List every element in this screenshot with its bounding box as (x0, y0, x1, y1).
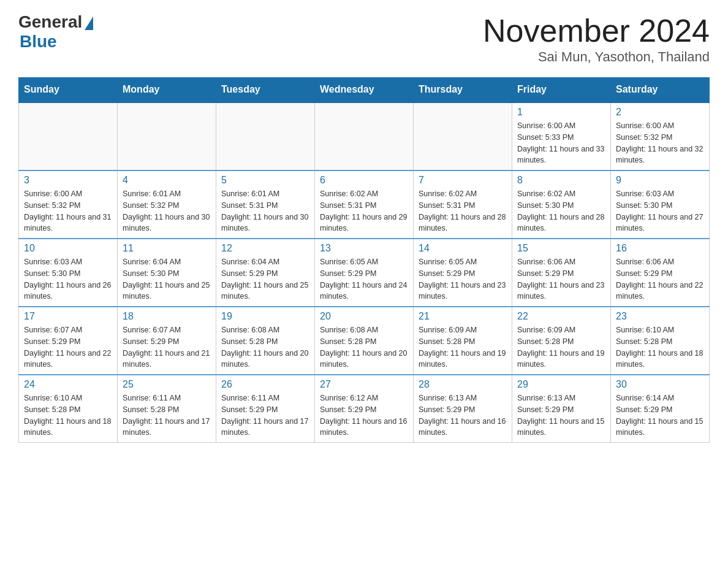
day-number: 23 (616, 311, 704, 322)
day-info: Sunrise: 6:02 AM Sunset: 5:30 PM Dayligh… (517, 188, 605, 234)
calendar-cell: 29Sunrise: 6:13 AM Sunset: 5:29 PM Dayli… (512, 375, 611, 443)
calendar-cell: 12Sunrise: 6:04 AM Sunset: 5:29 PM Dayli… (216, 239, 315, 307)
day-number: 16 (616, 243, 704, 254)
day-number: 6 (320, 175, 408, 186)
day-info: Sunrise: 6:07 AM Sunset: 5:29 PM Dayligh… (123, 324, 211, 370)
day-info: Sunrise: 6:03 AM Sunset: 5:30 PM Dayligh… (24, 256, 112, 302)
calendar-week-row: 10Sunrise: 6:03 AM Sunset: 5:30 PM Dayli… (19, 239, 710, 307)
calendar-cell: 13Sunrise: 6:05 AM Sunset: 5:29 PM Dayli… (315, 239, 414, 307)
calendar-cell: 26Sunrise: 6:11 AM Sunset: 5:29 PM Dayli… (216, 375, 315, 443)
calendar-cell: 15Sunrise: 6:06 AM Sunset: 5:29 PM Dayli… (512, 239, 611, 307)
day-number: 5 (221, 175, 309, 186)
day-info: Sunrise: 6:08 AM Sunset: 5:28 PM Dayligh… (320, 324, 408, 370)
calendar-week-row: 1Sunrise: 6:00 AM Sunset: 5:33 PM Daylig… (19, 102, 710, 171)
calendar-cell: 16Sunrise: 6:06 AM Sunset: 5:29 PM Dayli… (611, 239, 710, 307)
calendar-header-row: SundayMondayTuesdayWednesdayThursdayFrid… (19, 78, 710, 102)
main-title: November 2024 (483, 12, 710, 49)
calendar-cell: 22Sunrise: 6:09 AM Sunset: 5:28 PM Dayli… (512, 307, 611, 375)
day-number: 10 (24, 243, 112, 254)
day-info: Sunrise: 6:10 AM Sunset: 5:28 PM Dayligh… (24, 393, 112, 439)
day-number: 21 (419, 311, 507, 322)
day-number: 7 (419, 175, 507, 186)
day-info: Sunrise: 6:13 AM Sunset: 5:29 PM Dayligh… (517, 393, 605, 439)
day-info: Sunrise: 6:11 AM Sunset: 5:28 PM Dayligh… (123, 393, 211, 439)
day-info: Sunrise: 6:09 AM Sunset: 5:28 PM Dayligh… (517, 324, 605, 370)
calendar-cell: 24Sunrise: 6:10 AM Sunset: 5:28 PM Dayli… (19, 375, 118, 443)
calendar-cell (216, 102, 315, 171)
day-info: Sunrise: 6:08 AM Sunset: 5:28 PM Dayligh… (221, 324, 309, 370)
day-number: 15 (517, 243, 605, 254)
calendar-cell: 4Sunrise: 6:01 AM Sunset: 5:32 PM Daylig… (118, 170, 216, 239)
day-number: 17 (24, 311, 112, 322)
calendar-week-row: 24Sunrise: 6:10 AM Sunset: 5:28 PM Dayli… (19, 375, 710, 443)
weekday-header: Saturday (611, 78, 710, 102)
calendar-cell (19, 102, 118, 171)
day-number: 1 (517, 107, 605, 118)
calendar-cell: 23Sunrise: 6:10 AM Sunset: 5:28 PM Dayli… (611, 307, 710, 375)
day-info: Sunrise: 6:02 AM Sunset: 5:31 PM Dayligh… (320, 188, 408, 234)
calendar-cell: 20Sunrise: 6:08 AM Sunset: 5:28 PM Dayli… (315, 307, 414, 375)
day-number: 8 (517, 175, 605, 186)
day-info: Sunrise: 6:01 AM Sunset: 5:31 PM Dayligh… (221, 188, 309, 234)
day-info: Sunrise: 6:06 AM Sunset: 5:29 PM Dayligh… (616, 256, 704, 302)
weekday-header: Wednesday (315, 78, 414, 102)
day-number: 2 (616, 107, 704, 118)
day-number: 26 (221, 379, 309, 390)
day-info: Sunrise: 6:06 AM Sunset: 5:29 PM Dayligh… (517, 256, 605, 302)
calendar-cell (414, 102, 512, 171)
calendar-cell: 2Sunrise: 6:00 AM Sunset: 5:32 PM Daylig… (611, 102, 710, 171)
weekday-header: Thursday (414, 78, 512, 102)
day-info: Sunrise: 6:12 AM Sunset: 5:29 PM Dayligh… (320, 393, 408, 439)
calendar-cell: 14Sunrise: 6:05 AM Sunset: 5:29 PM Dayli… (414, 239, 512, 307)
title-section: November 2024 Sai Mun, Yasothon, Thailan… (483, 12, 710, 65)
day-number: 9 (616, 175, 704, 186)
weekday-header: Sunday (19, 78, 118, 102)
calendar-cell: 27Sunrise: 6:12 AM Sunset: 5:29 PM Dayli… (315, 375, 414, 443)
calendar-cell: 11Sunrise: 6:04 AM Sunset: 5:30 PM Dayli… (118, 239, 216, 307)
calendar-cell (315, 102, 414, 171)
day-info: Sunrise: 6:00 AM Sunset: 5:32 PM Dayligh… (24, 188, 112, 234)
logo-triangle-icon (85, 17, 93, 30)
calendar-cell: 19Sunrise: 6:08 AM Sunset: 5:28 PM Dayli… (216, 307, 315, 375)
day-info: Sunrise: 6:01 AM Sunset: 5:32 PM Dayligh… (123, 188, 211, 234)
calendar-cell: 28Sunrise: 6:13 AM Sunset: 5:29 PM Dayli… (414, 375, 512, 443)
logo: General Blue (18, 12, 93, 52)
calendar-cell: 7Sunrise: 6:02 AM Sunset: 5:31 PM Daylig… (414, 170, 512, 239)
day-info: Sunrise: 6:04 AM Sunset: 5:29 PM Dayligh… (221, 256, 309, 302)
day-number: 20 (320, 311, 408, 322)
logo-blue-text: Blue (20, 32, 57, 52)
day-number: 19 (221, 311, 309, 322)
logo-general-text: General (18, 12, 82, 32)
day-info: Sunrise: 6:10 AM Sunset: 5:28 PM Dayligh… (616, 324, 704, 370)
calendar-week-row: 17Sunrise: 6:07 AM Sunset: 5:29 PM Dayli… (19, 307, 710, 375)
calendar-table: SundayMondayTuesdayWednesdayThursdayFrid… (18, 77, 710, 443)
weekday-header: Monday (118, 78, 216, 102)
day-number: 12 (221, 243, 309, 254)
day-number: 25 (123, 379, 211, 390)
calendar-cell: 18Sunrise: 6:07 AM Sunset: 5:29 PM Dayli… (118, 307, 216, 375)
day-number: 3 (24, 175, 112, 186)
calendar-cell: 6Sunrise: 6:02 AM Sunset: 5:31 PM Daylig… (315, 170, 414, 239)
calendar-cell: 17Sunrise: 6:07 AM Sunset: 5:29 PM Dayli… (19, 307, 118, 375)
day-info: Sunrise: 6:13 AM Sunset: 5:29 PM Dayligh… (419, 393, 507, 439)
weekday-header: Friday (512, 78, 611, 102)
subtitle: Sai Mun, Yasothon, Thailand (483, 49, 710, 65)
day-info: Sunrise: 6:11 AM Sunset: 5:29 PM Dayligh… (221, 393, 309, 439)
calendar-cell: 3Sunrise: 6:00 AM Sunset: 5:32 PM Daylig… (19, 170, 118, 239)
calendar-cell: 21Sunrise: 6:09 AM Sunset: 5:28 PM Dayli… (414, 307, 512, 375)
day-info: Sunrise: 6:03 AM Sunset: 5:30 PM Dayligh… (616, 188, 704, 234)
day-number: 4 (123, 175, 211, 186)
day-number: 14 (419, 243, 507, 254)
day-info: Sunrise: 6:02 AM Sunset: 5:31 PM Dayligh… (419, 188, 507, 234)
calendar-cell: 1Sunrise: 6:00 AM Sunset: 5:33 PM Daylig… (512, 102, 611, 171)
day-number: 22 (517, 311, 605, 322)
calendar-cell: 30Sunrise: 6:14 AM Sunset: 5:29 PM Dayli… (611, 375, 710, 443)
day-info: Sunrise: 6:14 AM Sunset: 5:29 PM Dayligh… (616, 393, 704, 439)
calendar-cell: 10Sunrise: 6:03 AM Sunset: 5:30 PM Dayli… (19, 239, 118, 307)
day-info: Sunrise: 6:05 AM Sunset: 5:29 PM Dayligh… (320, 256, 408, 302)
calendar-week-row: 3Sunrise: 6:00 AM Sunset: 5:32 PM Daylig… (19, 170, 710, 239)
day-number: 11 (123, 243, 211, 254)
day-number: 29 (517, 379, 605, 390)
day-number: 13 (320, 243, 408, 254)
day-info: Sunrise: 6:05 AM Sunset: 5:29 PM Dayligh… (419, 256, 507, 302)
